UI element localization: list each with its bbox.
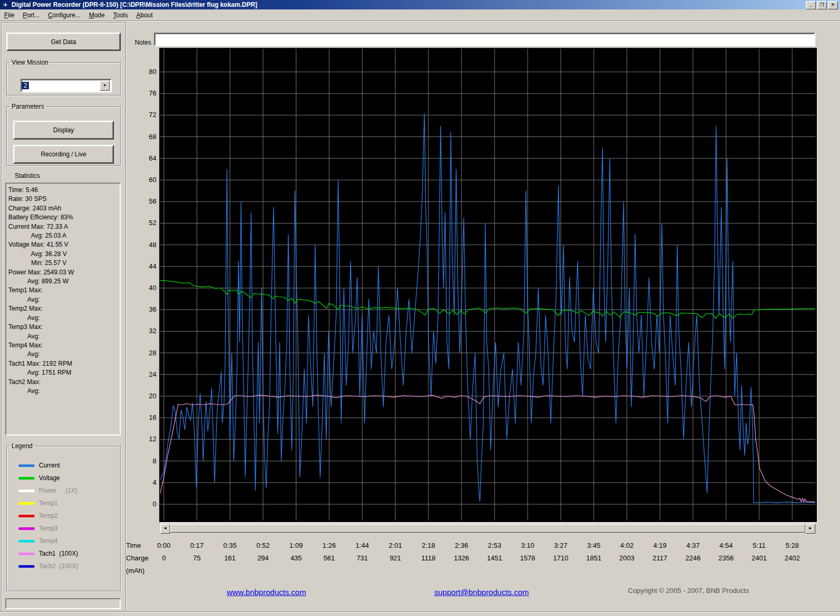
legend-item-temp4[interactable]: Temp4 (12, 535, 122, 547)
x-tick-time-label: 4:02 (611, 541, 643, 549)
scroll-right-icon[interactable]: ► (805, 524, 815, 534)
x-tick-time-label: 4:54 (710, 541, 742, 549)
chart-hscrollbar[interactable]: ◄ ► (160, 524, 815, 533)
stat-line: Current Max: 72.33 A (8, 222, 120, 231)
stat-line: Avg: (8, 350, 120, 359)
menu-item-configure[interactable]: Configure... (44, 10, 85, 20)
notes-input[interactable] (154, 33, 815, 46)
y-tick-label: 44 (125, 262, 156, 270)
x-tick-charge-label: 2402 (776, 554, 808, 562)
stat-line: Charge: 2403 mAh (8, 204, 120, 213)
x-tick-time-label: 5:28 (776, 541, 808, 549)
legend-item-temp3[interactable]: Temp3 (12, 522, 122, 535)
support-link[interactable]: support@bnbproducts.com (434, 588, 529, 597)
x-tick-time-label: 4:37 (677, 541, 709, 549)
mission-select-value: 2 (22, 82, 29, 89)
mission-select[interactable]: 2 ▼ (20, 79, 112, 92)
y-tick-label: 0 (125, 500, 156, 508)
x-tick-charge-label: 2003 (611, 554, 643, 562)
legend-group-label: Legend (10, 442, 34, 450)
x-tick-time-label: 2:18 (412, 541, 445, 549)
y-tick-label: 12 (125, 435, 156, 443)
menu-item-port[interactable]: Port... (18, 10, 44, 20)
recording-live-button[interactable]: Recording / Live (13, 145, 114, 164)
stat-line: Temp4 Max: (8, 341, 120, 350)
charge-unit-label: (mAh) (126, 567, 144, 575)
legend-item-temp2[interactable]: Temp2 (12, 509, 122, 522)
y-tick-label: 36 (125, 305, 156, 313)
y-tick-label: 28 (125, 349, 156, 357)
scrollbar-thumb[interactable] (170, 524, 805, 533)
legend-item-current[interactable]: Current (12, 459, 122, 472)
x-tick-charge-label: 1118 (412, 554, 445, 562)
statistics-panel: Time: 5:46Rate: 30 SPSCharge: 2403 mAhBa… (5, 183, 121, 436)
stat-line: Rate: 30 SPS (8, 195, 120, 204)
stat-line: Temp1 Max: (8, 286, 120, 295)
x-tick-time-label: 3:10 (511, 541, 544, 549)
legend-swatch-icon (18, 527, 35, 530)
y-tick-label: 4 (125, 479, 156, 486)
parameters-group: Parameters Display Recording / Live (6, 103, 121, 166)
legend-item-voltage[interactable]: Voltage (12, 472, 122, 484)
copyright-text: Copyright © 2005 - 2007, BNB Products (628, 587, 749, 594)
y-tick-label: 76 (125, 89, 156, 97)
x-tick-time-label: 1:44 (346, 541, 379, 549)
x-tick-time-label: 2:53 (478, 541, 511, 549)
legend-group: Legend CurrentVoltagePower (1X)Temp1Temp… (6, 442, 121, 591)
close-button[interactable]: ✕ (828, 1, 838, 9)
y-tick-label: 8 (125, 457, 156, 465)
menu-item-tools[interactable]: Tools (109, 10, 132, 20)
y-tick-label: 48 (125, 241, 156, 249)
series-tach1-line (160, 395, 815, 502)
x-tick-charge-label: 1451 (478, 554, 511, 562)
title-bar[interactable]: ✈ Digital Power Recorder (DPR-II-150) [C… (0, 0, 840, 9)
legend-swatch-icon (18, 565, 35, 568)
app-window: ✈ Digital Power Recorder (DPR-II-150) [C… (0, 0, 840, 616)
restore-button[interactable]: ❐ (817, 1, 827, 9)
time-row-label: Time (126, 541, 141, 549)
stat-line: Voltage Max: 41.55 V (8, 240, 120, 249)
chart-plot[interactable] (159, 48, 817, 523)
legend-swatch-icon (18, 553, 35, 555)
legend-item-label: Tach1 (100X) (39, 550, 78, 557)
stat-line: Avg: (8, 387, 120, 396)
scroll-left-icon[interactable]: ◄ (160, 524, 170, 534)
legend-swatch-icon (18, 502, 35, 505)
x-tick-charge-label: 731 (346, 554, 379, 562)
menu-item-mode[interactable]: Mode (85, 10, 109, 20)
y-tick-label: 20 (125, 392, 156, 400)
x-tick-time-label: 4:19 (644, 541, 676, 549)
stat-line: Avg: (8, 332, 120, 341)
y-tick-label: 52 (125, 219, 156, 227)
x-tick-time-label: 0:52 (247, 541, 279, 549)
legend-item-tach1[interactable]: Tach1 (100X) (12, 547, 122, 560)
x-tick-time-label: 3:45 (578, 541, 610, 549)
menu-item-file[interactable]: File (0, 10, 18, 20)
website-link[interactable]: www.bnbproducts.com (227, 588, 306, 597)
y-tick-label: 40 (125, 284, 156, 292)
stat-line: Tach2 Max: (8, 378, 120, 387)
series-voltage-line (160, 281, 815, 318)
legend-item-label: Tach2 (100X) (39, 562, 78, 570)
y-tick-label: 64 (125, 154, 156, 162)
x-tick-charge-label: 1326 (445, 554, 478, 562)
legend-item-label: Temp1 (39, 500, 58, 507)
x-tick-time-label: 2:01 (379, 541, 412, 549)
get-data-button[interactable]: Get Data (6, 33, 121, 51)
menu-item-about[interactable]: About (132, 10, 156, 20)
x-tick-time-label: 1:26 (313, 541, 345, 549)
y-tick-label: 60 (125, 176, 156, 184)
minimize-button[interactable]: _ (806, 1, 816, 9)
stat-line: Min: 25.57 V (8, 259, 120, 268)
stat-line: Avg: 1751 RPM (8, 368, 120, 377)
legend-item-power[interactable]: Power (1X) (12, 484, 122, 497)
legend-item-tach2[interactable]: Tach2 (100X) (12, 560, 122, 572)
display-button[interactable]: Display (13, 121, 114, 140)
legend-swatch-icon (18, 490, 35, 492)
chevron-down-icon[interactable]: ▼ (100, 81, 110, 91)
legend-item-temp1[interactable]: Temp1 (12, 497, 122, 509)
x-tick-charge-label: 1578 (511, 554, 544, 562)
app-icon[interactable]: ✈ (1, 1, 9, 8)
legend-item-label: Temp2 (39, 512, 58, 519)
stat-line: Temp3 Max: (8, 323, 120, 332)
